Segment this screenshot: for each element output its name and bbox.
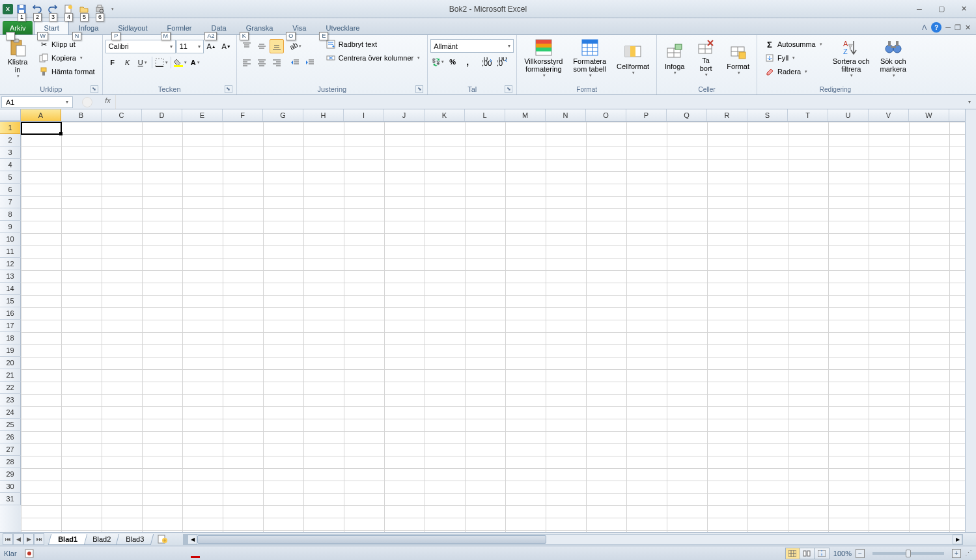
merge-center-button[interactable]: Centrera över kolumner▾ — [322, 51, 424, 64]
paste-button[interactable]: Klistra in▾ — [3, 36, 33, 79]
close-button[interactable]: ✕ — [956, 3, 971, 15]
qat-open-button[interactable]: 5 — [77, 2, 91, 16]
cells-area[interactable] — [21, 122, 976, 532]
hscroll-left-button[interactable]: ◀ — [188, 535, 197, 544]
shrink-font-button[interactable]: A▼ — [219, 39, 234, 53]
clipboard-launcher[interactable]: ⬊ — [91, 85, 98, 93]
accounting-format-button[interactable]: 💱▾ — [430, 55, 445, 69]
new-sheet-button[interactable] — [156, 534, 170, 544]
wrap-text-button[interactable]: Radbryt text — [322, 38, 424, 51]
zoom-out-button[interactable]: − — [856, 549, 865, 558]
format-painter-button[interactable]: Hämta format — [35, 65, 98, 78]
column-header[interactable]: L — [465, 109, 505, 121]
row-header[interactable]: 6 — [0, 184, 21, 196]
row-header[interactable]: 24 — [0, 406, 21, 419]
vertical-scrollbar[interactable] — [965, 122, 976, 532]
tab-file[interactable]: ArkivA — [3, 21, 33, 35]
column-header[interactable]: E — [182, 109, 223, 121]
macro-record-button[interactable] — [25, 549, 34, 558]
font-size-combo[interactable]: 11▾ — [176, 40, 204, 53]
row-header[interactable]: 8 — [0, 208, 21, 221]
row-header[interactable]: 9 — [0, 221, 21, 233]
row-header[interactable]: 15 — [0, 295, 21, 307]
column-header[interactable]: H — [303, 109, 344, 121]
row-header[interactable]: 17 — [0, 320, 21, 332]
conditional-formatting-button[interactable]: Villkorsstyrd formatering▾ — [520, 36, 567, 79]
hscroll-right-button[interactable]: ▶ — [953, 535, 962, 544]
column-header[interactable]: G — [263, 109, 303, 121]
align-middle-button[interactable] — [255, 39, 269, 53]
help-button[interactable]: ? — [931, 22, 941, 33]
tab-review[interactable]: GranskaK — [236, 21, 283, 35]
row-header[interactable]: 13 — [0, 270, 21, 283]
sheet-tab[interactable]: Blad2 — [83, 534, 121, 545]
qat-new-button[interactable]: 4 — [61, 2, 76, 16]
increase-decimal-button[interactable]: ,0,00 — [480, 55, 494, 69]
horizontal-scrollbar[interactable]: ◀ ▶ — [187, 534, 963, 545]
align-left-button[interactable] — [240, 55, 254, 70]
tab-data[interactable]: DataA2 — [201, 21, 236, 35]
sheet-next-button[interactable]: ▶ — [23, 533, 34, 545]
maximize-button[interactable]: ▢ — [934, 3, 949, 15]
row-header[interactable]: 16 — [0, 307, 21, 320]
page-layout-view-button[interactable] — [800, 548, 815, 559]
row-header[interactable]: 7 — [0, 196, 21, 208]
column-header[interactable]: A — [21, 109, 61, 121]
column-header[interactable]: W — [909, 109, 949, 121]
zoom-level[interactable]: 100% — [833, 550, 852, 557]
excel-logo-icon[interactable]: X — [3, 4, 13, 14]
row-header[interactable]: 30 — [0, 481, 21, 493]
zoom-in-button[interactable]: + — [952, 549, 961, 558]
row-header[interactable]: 3 — [0, 147, 21, 159]
row-header[interactable]: 22 — [0, 382, 21, 394]
column-header[interactable]: J — [384, 109, 425, 121]
name-box[interactable]: A1▾ — [1, 96, 73, 108]
font-color-button[interactable]: A▾ — [188, 55, 202, 70]
tab-formulas[interactable]: FormlerM — [158, 21, 202, 35]
column-header[interactable]: N — [546, 109, 586, 121]
column-header[interactable]: B — [61, 109, 102, 121]
column-header[interactable]: O — [586, 109, 626, 121]
align-right-button[interactable] — [270, 55, 284, 70]
decrease-decimal-button[interactable]: ,00,0 — [495, 55, 509, 69]
minimize-button[interactable]: ─ — [912, 3, 927, 15]
column-header[interactable]: I — [344, 109, 384, 121]
column-header[interactable]: K — [425, 109, 465, 121]
format-cells-button[interactable]: Format▾ — [722, 36, 754, 79]
tab-pagelayout[interactable]: SidlayoutP — [108, 21, 157, 35]
copy-button[interactable]: Kopiera▾ — [35, 51, 98, 64]
row-header[interactable]: 20 — [0, 357, 21, 369]
normal-view-button[interactable] — [786, 548, 800, 559]
sheet-first-button[interactable]: ⏮ — [3, 533, 13, 545]
zoom-slider[interactable] — [872, 552, 944, 555]
column-header[interactable]: M — [505, 109, 546, 121]
row-header[interactable]: 27 — [0, 443, 21, 456]
tab-insert[interactable]: InfogaN — [69, 21, 109, 35]
increase-indent-button[interactable] — [303, 55, 317, 70]
column-header[interactable]: T — [788, 109, 828, 121]
format-as-table-button[interactable]: Formatera som tabell▾ — [568, 36, 611, 79]
sheet-tab[interactable]: Blad3 — [116, 534, 154, 545]
fill-button[interactable]: Fyll▾ — [761, 51, 826, 64]
expand-formula-bar-button[interactable]: ▾ — [964, 99, 975, 105]
row-header[interactable]: 11 — [0, 245, 21, 258]
column-header[interactable]: S — [747, 109, 788, 121]
tab-developer[interactable]: UtvecklareE — [316, 21, 369, 35]
qat-save-button[interactable]: 1 — [14, 2, 29, 16]
italic-button[interactable]: K — [120, 55, 135, 70]
number-format-combo[interactable]: Allmänt▾ — [430, 39, 514, 53]
row-header[interactable]: 28 — [0, 456, 21, 468]
align-center-button[interactable] — [255, 55, 269, 70]
row-header[interactable]: 21 — [0, 369, 21, 382]
decrease-indent-button[interactable] — [288, 55, 302, 70]
row-header[interactable]: 10 — [0, 233, 21, 245]
row-header[interactable]: 23 — [0, 394, 21, 406]
formula-input[interactable] — [116, 95, 964, 109]
row-header[interactable]: 29 — [0, 468, 21, 481]
align-top-button[interactable] — [240, 39, 254, 53]
comma-button[interactable]: , — [460, 55, 475, 69]
autosum-button[interactable]: ΣAutosumma▾ — [761, 38, 826, 51]
select-all-corner[interactable] — [0, 109, 21, 121]
column-header[interactable]: V — [869, 109, 909, 121]
font-launcher[interactable]: ⬊ — [225, 85, 232, 93]
